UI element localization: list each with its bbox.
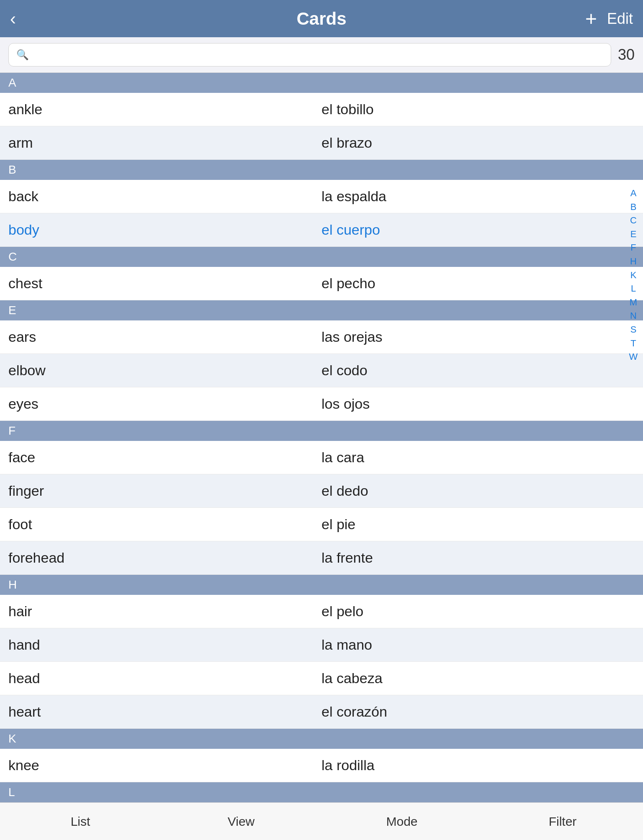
search-input[interactable] — [33, 48, 603, 62]
index-letter-h[interactable]: H — [627, 256, 640, 268]
page-title: Cards — [296, 9, 346, 29]
row-front: arm — [8, 135, 322, 151]
row-back: el dedo — [322, 483, 635, 499]
section-header-h: H — [0, 575, 643, 595]
row-front: eyes — [8, 396, 322, 412]
index-sidebar: ABCEFHKLMNSTW — [624, 184, 643, 366]
row-front: back — [8, 188, 322, 205]
section-header-f: F — [0, 421, 643, 441]
row-front: knee — [8, 757, 322, 773]
tab-view[interactable]: View — [161, 803, 322, 840]
list-row[interactable]: bodyel cuerpo — [0, 213, 643, 247]
row-back: la mano — [322, 637, 635, 653]
row-front: head — [8, 670, 322, 686]
index-letter-l[interactable]: L — [627, 283, 640, 295]
row-back: el codo — [322, 362, 635, 379]
index-letter-e[interactable]: E — [627, 228, 640, 241]
tab-filter[interactable]: Filter — [482, 803, 643, 840]
list-row[interactable]: earslas orejas — [0, 320, 643, 354]
row-front: face — [8, 449, 322, 466]
card-count: 30 — [618, 46, 635, 64]
row-front: hair — [8, 603, 322, 620]
row-front: foot — [8, 516, 322, 533]
row-back: la cabeza — [322, 670, 635, 686]
index-letter-t[interactable]: T — [627, 338, 640, 350]
list-row[interactable]: elbowel codo — [0, 354, 643, 387]
row-back: la frente — [322, 550, 635, 566]
row-back: la espalda — [322, 188, 635, 205]
list-row[interactable]: facela cara — [0, 441, 643, 474]
tab-bar: ListViewModeFilter — [0, 802, 643, 840]
list-row[interactable]: kneela rodilla — [0, 749, 643, 782]
row-front: forehead — [8, 550, 322, 566]
index-letter-s[interactable]: S — [627, 324, 640, 336]
row-back: el corazón — [322, 704, 635, 720]
section-header-l: L — [0, 782, 643, 802]
app-header: ‹ Cards + Edit — [0, 0, 643, 37]
row-front: heart — [8, 704, 322, 720]
index-letter-f[interactable]: F — [627, 242, 640, 254]
edit-button[interactable]: Edit — [607, 10, 633, 28]
search-container: 🔍 — [8, 43, 611, 67]
row-back: el brazo — [322, 135, 635, 151]
list-row[interactable]: heartel corazón — [0, 695, 643, 729]
header-actions: + Edit — [585, 9, 633, 29]
section-header-e: E — [0, 300, 643, 320]
list-row[interactable]: backla espalda — [0, 180, 643, 213]
tab-list[interactable]: List — [0, 803, 161, 840]
section-header-k: K — [0, 729, 643, 749]
row-back: las orejas — [322, 329, 635, 345]
row-back: la rodilla — [322, 757, 635, 773]
index-letter-k[interactable]: K — [627, 269, 640, 282]
row-back: el cuerpo — [322, 222, 635, 238]
section-header-b: B — [0, 160, 643, 180]
list-row[interactable]: hairel pelo — [0, 595, 643, 628]
add-button[interactable]: + — [585, 9, 597, 29]
index-letter-c[interactable]: C — [627, 215, 640, 227]
list-row[interactable]: foreheadla frente — [0, 541, 643, 575]
row-front: body — [8, 222, 322, 238]
row-front: chest — [8, 275, 322, 292]
list-row[interactable]: chestel pecho — [0, 267, 643, 300]
row-front: ankle — [8, 101, 322, 118]
tab-mode[interactable]: Mode — [322, 803, 482, 840]
section-header-a: A — [0, 73, 643, 93]
row-back: el pecho — [322, 275, 635, 292]
index-letter-a[interactable]: A — [627, 187, 640, 200]
row-back: el tobillo — [322, 101, 635, 118]
row-front: elbow — [8, 362, 322, 379]
list-row[interactable]: eyeslos ojos — [0, 387, 643, 421]
index-letter-n[interactable]: N — [627, 310, 640, 322]
row-front: finger — [8, 483, 322, 499]
list-row[interactable]: handla mano — [0, 628, 643, 662]
card-list: Aankleel tobilloarmel brazoBbackla espal… — [0, 73, 643, 802]
row-back: la cara — [322, 449, 635, 466]
row-back: el pie — [322, 516, 635, 533]
row-back: el pelo — [322, 603, 635, 620]
index-letter-w[interactable]: W — [627, 351, 640, 363]
list-row[interactable]: footel pie — [0, 508, 643, 541]
section-header-c: C — [0, 247, 643, 267]
list-row[interactable]: ankleel tobillo — [0, 93, 643, 126]
index-letter-m[interactable]: M — [627, 297, 640, 309]
list-row[interactable]: headla cabeza — [0, 662, 643, 695]
row-front: ears — [8, 329, 322, 345]
search-icon: 🔍 — [16, 49, 29, 61]
row-back: los ojos — [322, 396, 635, 412]
index-letter-b[interactable]: B — [627, 201, 640, 213]
row-front: hand — [8, 637, 322, 653]
search-bar: 🔍 30 — [0, 37, 643, 73]
list-row[interactable]: armel brazo — [0, 126, 643, 160]
back-button[interactable]: ‹ — [10, 9, 35, 29]
list-row[interactable]: fingerel dedo — [0, 474, 643, 508]
